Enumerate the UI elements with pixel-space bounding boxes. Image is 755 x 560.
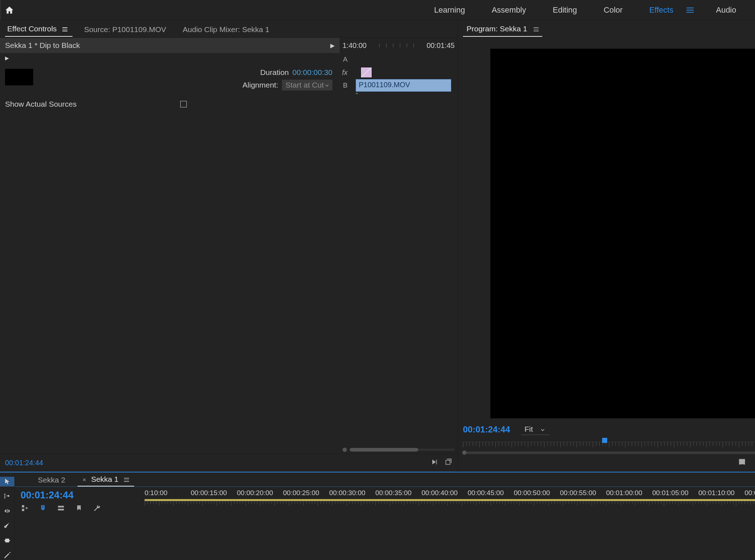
workspace-menu-icon[interactable] bbox=[686, 8, 694, 13]
alignment-label: Alignment: bbox=[243, 81, 278, 89]
arrow-right-icon[interactable]: ▶ bbox=[330, 42, 335, 49]
timeline-timecode[interactable]: 00:01:24:44 bbox=[21, 490, 139, 501]
timeline-ruler[interactable]: 0:10:0000:00:15:0000:00:20:0000:00:25:00… bbox=[145, 487, 755, 499]
effect-controls-timecode[interactable]: 00:01:24:44 bbox=[5, 459, 43, 467]
selection-tool[interactable] bbox=[0, 477, 14, 486]
svg-rect-3 bbox=[4, 496, 5, 497]
expand-icon[interactable]: ⌃ bbox=[340, 92, 458, 98]
program-panel: Program: Sekka 1 00:01:24:44 Fit } bbox=[458, 20, 755, 472]
only-play-icon[interactable] bbox=[430, 458, 438, 467]
slip-tool[interactable] bbox=[0, 535, 14, 545]
ruler-label: 00:00:55:00 bbox=[560, 489, 596, 497]
workspace-audio[interactable]: Audio bbox=[705, 0, 748, 20]
svg-rect-6 bbox=[6, 539, 9, 542]
tab-source[interactable]: Source: P1001109.MOV bbox=[82, 22, 171, 37]
tab-label: Program: Sekka 1 bbox=[467, 25, 527, 33]
workspace-color[interactable]: Color bbox=[592, 0, 634, 20]
tab-label: Sekka 2 bbox=[38, 476, 65, 484]
mini-time-left: 1:40:00 bbox=[343, 41, 367, 50]
duration-label: Duration bbox=[260, 68, 289, 77]
program-time-ruler[interactable] bbox=[458, 439, 755, 449]
show-actual-sources-label: Show Actual Sources bbox=[5, 100, 76, 108]
tab-program[interactable]: Program: Sekka 1 bbox=[463, 22, 542, 37]
snap-icon[interactable] bbox=[39, 504, 47, 512]
timeline-tab-sekka2[interactable]: Sekka 2 bbox=[33, 474, 70, 486]
hamburger-icon[interactable] bbox=[62, 27, 67, 31]
tab-audio-mixer[interactable]: Audio Clip Mixer: Sekka 1 bbox=[181, 22, 274, 37]
marker-icon[interactable] bbox=[75, 504, 83, 512]
track-a-label: A bbox=[340, 55, 350, 63]
effect-title: Sekka 1 * Dip to Black bbox=[5, 41, 80, 50]
play-icon[interactable]: ▶ bbox=[5, 55, 9, 61]
ruler-label: 00:00:25:00 bbox=[283, 489, 319, 497]
svg-rect-7 bbox=[22, 505, 24, 507]
hamburger-icon[interactable] bbox=[534, 27, 539, 31]
export-frame-icon[interactable] bbox=[445, 458, 452, 467]
ruler-label: 0:10:00 bbox=[145, 489, 167, 497]
svg-rect-8 bbox=[22, 509, 24, 511]
timeline-toolbar bbox=[0, 472, 15, 560]
ruler-label: 00:00:20:00 bbox=[237, 489, 273, 497]
ruler-label: 00:01:10:00 bbox=[698, 489, 734, 497]
track-select-tool[interactable] bbox=[0, 492, 14, 501]
comparison-view-icon[interactable] bbox=[738, 458, 746, 468]
alignment-select[interactable]: Start at Cut bbox=[282, 80, 332, 90]
ruler-label: 00:00:15:00 bbox=[191, 489, 227, 497]
tab-label: Sekka 1 bbox=[91, 475, 119, 483]
svg-rect-4 bbox=[4, 498, 5, 499]
ruler-label: 00:0 bbox=[745, 489, 755, 497]
show-actual-sources-checkbox[interactable] bbox=[180, 101, 187, 107]
workspace-learning[interactable]: Learning bbox=[423, 0, 477, 20]
program-playhead-icon[interactable] bbox=[602, 438, 607, 443]
tab-label: Audio Clip Mixer: Sekka 1 bbox=[183, 25, 269, 34]
pen-tool[interactable] bbox=[0, 550, 14, 560]
svg-rect-9 bbox=[58, 506, 64, 508]
program-video-canvas[interactable] bbox=[490, 49, 755, 418]
timeline-tab-sekka1[interactable]: × Sekka 1 bbox=[78, 473, 134, 486]
tab-label: Source: P1001109.MOV bbox=[84, 25, 166, 34]
ripple-edit-tool[interactable] bbox=[0, 506, 14, 516]
ruler-label: 00:00:40:00 bbox=[421, 489, 458, 497]
track-b-label: B bbox=[340, 81, 350, 89]
mini-ruler-ticks bbox=[379, 44, 414, 47]
ruler-label: 00:00:30:00 bbox=[329, 489, 365, 497]
ruler-label: 00:01:00:00 bbox=[606, 489, 642, 497]
mini-time-right: 00:01:45 bbox=[427, 41, 455, 50]
svg-rect-2 bbox=[4, 494, 5, 495]
transition-thumbnail bbox=[5, 69, 33, 85]
source-panel: Effect Controls Source: P1001109.MOV Aud… bbox=[0, 20, 458, 472]
program-scrollbar[interactable] bbox=[463, 452, 755, 454]
svg-rect-5 bbox=[7, 509, 8, 513]
svg-rect-10 bbox=[58, 509, 64, 511]
clip-block[interactable]: P1001109.MOV bbox=[356, 79, 451, 92]
razor-tool[interactable] bbox=[0, 521, 14, 530]
transition-block[interactable] bbox=[361, 67, 372, 78]
ruler-label: 00:00:50:00 bbox=[514, 489, 550, 497]
insert-sequence-icon[interactable] bbox=[21, 504, 29, 512]
program-zoom-select[interactable]: Fit bbox=[521, 424, 549, 435]
timeline-ruler-ticks bbox=[145, 501, 755, 506]
ruler-label: 00:00:35:00 bbox=[375, 489, 411, 497]
workspace-editing[interactable]: Editing bbox=[541, 0, 588, 20]
track-fx-label: fx bbox=[340, 68, 350, 77]
ruler-label: 00:00:45:00 bbox=[468, 489, 504, 497]
duration-value[interactable]: 00:00:00:30 bbox=[292, 68, 332, 77]
wrench-icon[interactable] bbox=[93, 504, 101, 512]
tab-effect-controls[interactable]: Effect Controls bbox=[5, 22, 72, 37]
close-icon[interactable]: × bbox=[83, 476, 86, 483]
mini-timeline-scrollbar[interactable] bbox=[340, 446, 458, 454]
tab-label: Effect Controls bbox=[7, 25, 57, 33]
hamburger-icon[interactable] bbox=[124, 478, 129, 482]
workspace-assembly[interactable]: Assembly bbox=[480, 0, 538, 20]
svg-rect-1 bbox=[739, 459, 745, 464]
workspace-effects[interactable]: Effects bbox=[638, 0, 685, 20]
linked-selection-icon[interactable] bbox=[57, 504, 65, 512]
home-button[interactable] bbox=[0, 0, 18, 20]
program-timecode[interactable]: 00:01:24:44 bbox=[463, 425, 510, 435]
ruler-label: 00:01:05:00 bbox=[652, 489, 688, 497]
